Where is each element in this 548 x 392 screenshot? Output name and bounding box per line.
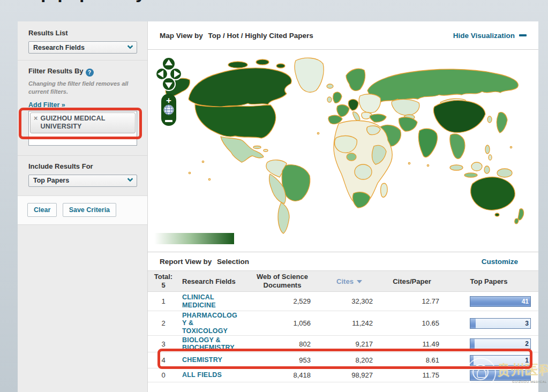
- filter-results-heading: Filter Results By: [28, 67, 84, 75]
- row-rank: 0: [148, 369, 179, 381]
- map-view-title: Top / Hot / Highly Cited Papers: [208, 32, 313, 40]
- include-results-heading: Include Results For: [28, 162, 137, 170]
- app-window: Results List Research Fields Filter Resu…: [18, 21, 538, 392]
- col-cites-per-paper: Cites/Paper: [380, 275, 444, 288]
- add-filter-link[interactable]: Add Filter »: [28, 101, 137, 109]
- map-area: +: [148, 50, 538, 252]
- row-rank: 2: [148, 317, 179, 329]
- field-link[interactable]: PHARMACOLOGY & TOXICOLOGY: [182, 312, 239, 335]
- report-view-header: Report View by Selection Customize: [148, 252, 538, 270]
- table-row: 3 BIOLOGY & BIOCHEMISTRY 802 9,217 11.49…: [148, 336, 538, 352]
- top-papers-bar: 1: [470, 355, 531, 366]
- top-papers-bar: [470, 370, 531, 381]
- table-header-row: Total: 5 Research Fields Web of Science …: [148, 270, 538, 292]
- field-link[interactable]: BIOLOGY & BIOCHEMISTRY: [182, 336, 239, 352]
- cites-per-paper-value: 12.77: [380, 295, 444, 307]
- remove-filter-icon[interactable]: ×: [34, 115, 38, 131]
- col-documents: Web of Science Documents: [245, 273, 319, 289]
- top-papers-value: 2: [525, 340, 529, 348]
- cites-per-paper-value: 11.75: [380, 369, 444, 381]
- include-results-dropdown-value: Top Papers: [33, 177, 128, 184]
- docs-value: 8,418: [242, 369, 322, 381]
- field-link[interactable]: CHEMISTRY: [182, 356, 239, 364]
- choropleth-legend: [154, 233, 234, 244]
- docs-value: 1,056: [242, 317, 322, 329]
- sort-descending-icon: [357, 280, 362, 283]
- cites-value: 98,927: [322, 369, 380, 381]
- filter-note: Changing the filter field removes all cu…: [28, 80, 137, 96]
- col-research-fields: Research Fields: [179, 275, 242, 288]
- total-label: Total:: [151, 273, 176, 281]
- collapse-icon: [519, 34, 527, 36]
- report-view-title-prefix: Report View by: [160, 258, 212, 266]
- results-list-dropdown-value: Research Fields: [33, 44, 128, 51]
- cites-per-paper-value: 11.49: [380, 338, 444, 350]
- sidebar: Results List Research Fields Filter Resu…: [18, 21, 148, 392]
- field-link[interactable]: CLINICAL MEDICINE: [182, 293, 239, 309]
- hide-visualization-link[interactable]: Hide Visualization: [453, 32, 527, 40]
- include-results-dropdown[interactable]: Top Papers: [28, 175, 137, 187]
- chevron-down-icon: [127, 43, 133, 49]
- cites-value: 32,302: [322, 295, 380, 307]
- page-title: Top papers by: [19, 0, 146, 3]
- docs-value: 2,529: [242, 295, 322, 307]
- help-icon[interactable]: ?: [86, 69, 94, 77]
- col-cites-sort[interactable]: Cites: [336, 277, 362, 285]
- table-row-chemistry: 4 CHEMISTRY 953 8,202 8.61 1: [148, 352, 538, 368]
- clear-button[interactable]: Clear: [27, 203, 57, 217]
- map-view-title-prefix: Map View by: [160, 32, 203, 40]
- results-list-dropdown[interactable]: Research Fields: [28, 41, 137, 54]
- docs-value: 802: [242, 338, 322, 350]
- report-view-title: Selection: [217, 258, 249, 266]
- row-rank: 3: [148, 338, 179, 350]
- table-row-all-fields: 0 ALL FIELDS 8,418 98,927 11.75: [148, 368, 538, 382]
- col-top-papers: Top Papers: [444, 275, 538, 288]
- cites-value: 8,202: [322, 354, 380, 366]
- world-map[interactable]: [157, 52, 530, 237]
- table-row: 2 PHARMACOLOGY & TOXICOLOGY 1,056 11,242…: [148, 311, 538, 336]
- total-count: 5: [151, 281, 176, 290]
- map-navigation-control[interactable]: +: [156, 56, 181, 127]
- col-cites-label: Cites: [336, 277, 354, 285]
- results-table: Total: 5 Research Fields Web of Science …: [148, 270, 538, 382]
- customize-link[interactable]: Customize: [482, 258, 518, 266]
- cites-per-paper-value: 8.61: [380, 354, 444, 366]
- filter-chip-label: GUIZHOU MEDICAL UNIVERSITY: [41, 115, 132, 131]
- filter-listbox[interactable]: × GUIZHOU MEDICAL UNIVERSITY: [28, 111, 137, 146]
- top-papers-value: 3: [525, 320, 529, 327]
- cites-value: 11,242: [322, 317, 380, 329]
- zoom-out-button: [165, 120, 172, 122]
- top-papers-bar: 2: [470, 338, 531, 349]
- cites-per-paper-value: 10.65: [380, 317, 444, 329]
- results-list-heading: Results List: [28, 29, 137, 37]
- row-rank: 1: [148, 295, 179, 307]
- chevron-down-icon: [127, 176, 133, 182]
- docs-value: 953: [242, 354, 322, 366]
- table-row: 1 CLINICAL MEDICINE 2,529 32,302 12.77 4…: [148, 292, 538, 311]
- map-view-header: Map View by Top / Hot / Highly Cited Pap…: [148, 21, 538, 50]
- row-rank: 4: [148, 354, 179, 366]
- main-panel: Map View by Top / Hot / Highly Cited Pap…: [148, 21, 538, 392]
- top-papers-value: 1: [525, 357, 529, 364]
- filter-chip[interactable]: × GUIZHOU MEDICAL UNIVERSITY: [30, 112, 136, 133]
- top-papers-bar: 41: [470, 296, 531, 307]
- cites-value: 9,217: [322, 338, 380, 350]
- top-papers-bar: 3: [470, 318, 531, 329]
- top-papers-value: 41: [522, 298, 529, 305]
- field-link[interactable]: ALL FIELDS: [182, 371, 239, 379]
- hide-visualization-label: Hide Visualization: [453, 32, 515, 40]
- zoom-in-button: +: [166, 95, 171, 105]
- save-criteria-button[interactable]: Save Criteria: [63, 203, 116, 217]
